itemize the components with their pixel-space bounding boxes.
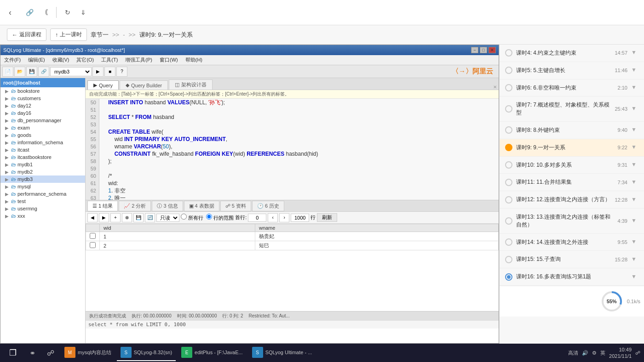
- tb-explain[interactable]: ?: [116, 67, 127, 77]
- db-tree-item-performance_schema[interactable]: ▶ 🗁 performance_schema: [0, 190, 85, 198]
- data-table-container[interactable]: wid wname 1 杨贵妃 2 短巳: [86, 224, 499, 311]
- db-selector[interactable]: mydb3: [50, 67, 92, 76]
- code-editor[interactable]: 50 INSERT INTO hasband VALUES(NULL, '孙飞'…: [86, 99, 499, 200]
- course-item-lesson4[interactable]: 课时4: 4.约束之主键约束 14:57 ▼: [500, 45, 644, 62]
- taskbar-notif[interactable]: ☍: [635, 350, 640, 356]
- menu-tools[interactable]: 工具(T): [98, 56, 121, 64]
- result-tab-4[interactable]: ▣ 4 表数据: [184, 201, 219, 211]
- row-checkbox[interactable]: [86, 232, 100, 241]
- course-download-lesson15[interactable]: ▼: [631, 256, 638, 263]
- db-tree-item-usermng[interactable]: ▶ 🗁 usermng: [0, 205, 85, 212]
- radio-all[interactable]: [181, 214, 187, 220]
- menu-enhance[interactable]: 增强工具(P): [121, 56, 156, 64]
- radio-range[interactable]: [206, 214, 212, 220]
- course-download-lesson13[interactable]: ▼: [631, 217, 638, 225]
- back-course-btn[interactable]: ← 返回课程: [7, 28, 46, 41]
- rt-nav-prev[interactable]: ‹: [268, 213, 278, 222]
- tb-open[interactable]: 📂: [14, 67, 25, 77]
- result-tab-5[interactable]: ☍ 5 资料: [220, 201, 251, 211]
- nav-icon-2[interactable]: ｟: [39, 6, 52, 19]
- menu-edit[interactable]: 编辑(E): [24, 56, 49, 64]
- taskbar-app-sqlyog[interactable]: S SQLyog-8.32(sn): [117, 345, 176, 361]
- tb-new[interactable]: 📄: [2, 67, 13, 77]
- db-tree-item-day12[interactable]: ▶ 🗁 day12: [0, 102, 85, 109]
- course-download-lesson5[interactable]: ▼: [631, 67, 638, 74]
- minimize-btn[interactable]: −: [471, 47, 478, 53]
- task-view-btn[interactable]: ☍: [42, 345, 59, 361]
- result-tab-2[interactable]: 📈 2 分析: [119, 201, 151, 211]
- radio-all-label[interactable]: 所有行: [181, 214, 203, 221]
- course-download-lesson7[interactable]: ▼: [631, 105, 638, 113]
- result-tab-1[interactable]: ☰ 1 结果: [87, 201, 118, 211]
- read-mode-select[interactable]: 只读: [156, 214, 179, 222]
- course-item-lesson13[interactable]: 课时13: 13.连接查询之内连接（标签和自然） 4:39 ▼: [500, 209, 644, 234]
- course-download-lesson12[interactable]: ▼: [631, 196, 638, 204]
- course-item-lesson6[interactable]: 课时6: 6.非空和唯一约束 2:10 ▼: [500, 79, 644, 97]
- tb-execute[interactable]: ▶: [92, 67, 104, 77]
- close-btn[interactable]: ✕: [489, 47, 496, 53]
- db-tree-item-itcast[interactable]: ▶ 🗁 itcast: [0, 146, 85, 153]
- db-tree-item-bookstore[interactable]: ▶ 🗁 bookstore: [0, 87, 85, 95]
- db-tree-item-db_personmanager[interactable]: ▶ 🗁 db_personmanager: [0, 117, 85, 124]
- nav-icon-3[interactable]: ↻: [61, 6, 74, 19]
- course-item-lesson14[interactable]: 课时14: 14.连接查询之外连接 9:55 ▼: [500, 234, 644, 251]
- tb-connect[interactable]: 🔗: [38, 67, 49, 77]
- result-tab-6[interactable]: 🕑 6 历史: [252, 201, 284, 211]
- tb-save[interactable]: 💾: [26, 67, 37, 77]
- db-tree-item-xxx[interactable]: ▶ 🗁 xxx: [0, 212, 85, 220]
- rt-btn-4[interactable]: ⊗: [122, 213, 132, 222]
- menu-other[interactable]: 其它(O): [73, 56, 98, 64]
- refresh-btn[interactable]: 刷新: [317, 213, 337, 222]
- course-item-lesson15[interactable]: 课时15: 15.子查询 15:28 ▼: [500, 251, 644, 268]
- rt-btn-3[interactable]: +: [110, 213, 121, 222]
- course-item-lesson9[interactable]: 课时9: 9.一对一关系 9:22 ▼: [500, 139, 644, 157]
- query-tabs-close[interactable]: ✕: [493, 85, 497, 90]
- prev-lesson-btn[interactable]: ↑ 上一课时: [50, 28, 87, 41]
- db-tree-item-mydb2[interactable]: ▶ 🗁 mydb2: [0, 168, 85, 175]
- course-download-lesson16[interactable]: ▼: [631, 273, 638, 281]
- nav-icon-4[interactable]: ⇓: [77, 6, 90, 19]
- menu-favorites[interactable]: 收藏(V): [49, 56, 73, 64]
- nav-icon-1[interactable]: 🔗: [23, 6, 36, 19]
- course-item-lesson7[interactable]: 课时7: 7.概述模型、对象模型、关系模型 25:43 ▼: [500, 96, 644, 122]
- course-download-lesson14[interactable]: ▼: [631, 238, 638, 246]
- first-row-input[interactable]: [248, 214, 266, 222]
- db-tree-item-customers[interactable]: ▶ 🗁 customers: [0, 95, 85, 102]
- db-tree-item-goods[interactable]: ▶ 🗁 goods: [0, 131, 85, 139]
- taskbar-volume-icon[interactable]: 🔊: [582, 350, 588, 356]
- course-download-lesson8[interactable]: ▼: [631, 126, 638, 134]
- menu-file[interactable]: 文件(F): [0, 56, 24, 64]
- course-item-lesson8[interactable]: 课时8: 8.外键约束 9:40 ▼: [500, 122, 644, 139]
- taskbar-app-mysql[interactable]: M mysql内容总结: [61, 345, 115, 361]
- db-tree-item-information_schema[interactable]: ▶ 🗁 information_schema: [0, 139, 85, 146]
- back-arrow[interactable]: ‹: [5, 7, 16, 18]
- taskbar-app-editplus[interactable]: E editPlus - [F:\JavaE...: [178, 345, 247, 361]
- course-item-lesson10[interactable]: 课时10: 10.多对多关系 9:31 ▼: [500, 157, 644, 174]
- last-row-input[interactable]: [291, 214, 309, 222]
- table-row[interactable]: 2 短巳: [86, 241, 499, 250]
- db-tree-item-itcastbookstore[interactable]: ▶ 🗁 itcastbookstore: [0, 153, 85, 161]
- rt-btn-1[interactable]: ◀: [87, 213, 98, 222]
- course-download-lesson11[interactable]: ▼: [631, 179, 638, 186]
- tab-query-builder[interactable]: ◆ Query Builder: [120, 80, 168, 90]
- rt-btn-5[interactable]: 💾: [133, 213, 144, 222]
- db-tree-item-exam[interactable]: ▶ 🗁 exam: [0, 124, 85, 131]
- course-item-lesson11[interactable]: 课时11: 11.合并结果集 7:34 ▼: [500, 174, 644, 191]
- db-tree-item-mysql[interactable]: ▶ 🗁 mysql: [0, 183, 85, 190]
- course-item-lesson16[interactable]: 课时16: 16.多表查询练习第1题 ▼: [500, 268, 644, 286]
- row-checkbox[interactable]: [86, 241, 100, 250]
- course-download-lesson10[interactable]: ▼: [631, 161, 638, 169]
- rt-btn-6[interactable]: 🔄: [145, 213, 155, 222]
- radio-range-label[interactable]: 行的范围: [206, 214, 234, 221]
- code-content[interactable]: 50 INSERT INTO hasband VALUES(NULL, '孙飞'…: [86, 99, 499, 200]
- db-tree-item-test[interactable]: ▶ 🗁 test: [0, 198, 85, 205]
- search-button[interactable]: ⚭: [24, 345, 40, 361]
- result-tab-3[interactable]: ⓘ 3 信息: [152, 201, 183, 211]
- tb-stop[interactable]: ■: [104, 67, 115, 77]
- tab-query[interactable]: ▶ Query: [87, 80, 119, 90]
- db-tree-item-mydb1[interactable]: ▶ 🗁 mydb1: [0, 161, 85, 168]
- course-download-lesson4[interactable]: ▼: [631, 49, 638, 57]
- db-tree-item-mydb3[interactable]: ▶ 🗁 mydb3: [0, 175, 85, 183]
- row-cb-input[interactable]: [90, 233, 96, 239]
- course-download-lesson6[interactable]: ▼: [631, 84, 638, 91]
